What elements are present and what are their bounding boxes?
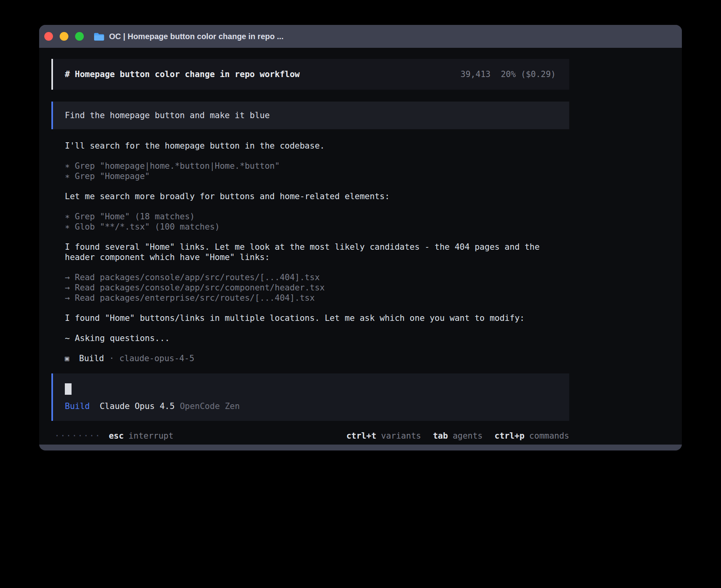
shortcut-variants: ctrl+t variants bbox=[346, 430, 421, 441]
tool-call: ∗ Grep "Homepage" bbox=[65, 171, 555, 181]
context-usage: 20% ($0.29) bbox=[501, 70, 556, 79]
assistant-status-text: ~ Asking questions... bbox=[65, 333, 555, 343]
tool-call: → Read packages/console/app/src/routes/[… bbox=[65, 272, 555, 283]
esc-key-label: interrupt bbox=[128, 430, 174, 441]
tool-call: ∗ Grep "Home" (18 matches) bbox=[65, 211, 555, 222]
minimize-button[interactable] bbox=[60, 32, 68, 41]
terminal-window: OC | Homepage button color change in rep… bbox=[39, 25, 682, 450]
assistant-text: Let me search more broadly for buttons a… bbox=[65, 191, 555, 202]
tool-call-group: ∗ Grep "Home" (18 matches) ∗ Glob "**/*.… bbox=[65, 211, 555, 232]
text-cursor bbox=[65, 383, 72, 395]
user-message: Find the homepage button and make it blu… bbox=[51, 102, 569, 129]
session-stats: 39,413 20% ($0.29) bbox=[461, 70, 556, 79]
status-bar-right: ctrl+t variants tab agents ctrl+p comman… bbox=[346, 430, 569, 441]
assistant-text: I found several "Home" links. Let me loo… bbox=[65, 242, 555, 262]
window-title-group: OC | Homepage button color change in rep… bbox=[94, 32, 283, 41]
tool-call: → Read packages/console/app/src/componen… bbox=[65, 283, 555, 293]
user-message-text: Find the homepage button and make it blu… bbox=[65, 111, 270, 120]
tool-call-group: ∗ Grep "homepage|home.*button|Home.*butt… bbox=[65, 161, 555, 181]
input-meta-row: Build Claude Opus 4.5 OpenCode Zen bbox=[65, 401, 569, 411]
traffic-lights bbox=[44, 32, 84, 41]
close-button[interactable] bbox=[44, 32, 53, 41]
window-title: OC | Homepage button color change in rep… bbox=[109, 32, 283, 41]
esc-key-hint: esc bbox=[109, 430, 124, 441]
prompt-input[interactable]: Build Claude Opus 4.5 OpenCode Zen bbox=[51, 373, 569, 421]
agent-model: claude-opus-4-5 bbox=[119, 353, 194, 364]
token-count: 39,413 bbox=[461, 70, 491, 79]
tool-call: ∗ Glob "**/*.tsx" (100 matches) bbox=[65, 222, 555, 232]
progress-dots: ········ bbox=[55, 430, 101, 441]
agent-icon: ▣ bbox=[65, 353, 79, 364]
assistant-text: I found "Home" buttons/links in multiple… bbox=[65, 313, 555, 323]
session-header: # Homepage button color change in repo w… bbox=[51, 59, 569, 90]
terminal-content: # Homepage button color change in repo w… bbox=[39, 48, 682, 445]
status-bar: ········ esc interrupt ctrl+t variants t… bbox=[51, 430, 569, 441]
status-bar-left: ········ esc interrupt bbox=[51, 430, 174, 441]
assistant-transcript: I'll search for the homepage button in t… bbox=[65, 141, 555, 364]
input-model-label[interactable]: Claude Opus 4.5 bbox=[100, 401, 175, 411]
maximize-button[interactable] bbox=[75, 32, 84, 41]
window-titlebar[interactable]: OC | Homepage button color change in rep… bbox=[39, 25, 682, 48]
assistant-text: I'll search for the homepage button in t… bbox=[65, 141, 555, 151]
input-mode-label[interactable]: Build bbox=[65, 401, 90, 411]
agent-name: Build bbox=[79, 353, 104, 364]
shortcut-agents: tab agents bbox=[433, 430, 483, 441]
session-title: # Homepage button color change in repo w… bbox=[65, 70, 300, 79]
input-provider-label: OpenCode Zen bbox=[180, 401, 240, 411]
folder-icon bbox=[94, 32, 104, 41]
tool-call: ∗ Grep "homepage|home.*button|Home.*butt… bbox=[65, 161, 555, 171]
shortcut-commands: ctrl+p commands bbox=[495, 430, 569, 441]
separator-dot: · bbox=[109, 353, 114, 364]
tool-call: → Read packages/enterprise/src/routes/[.… bbox=[65, 293, 555, 303]
tool-call-group: → Read packages/console/app/src/routes/[… bbox=[65, 272, 555, 303]
agent-status-line: ▣ Build · claude-opus-4-5 bbox=[65, 353, 555, 364]
